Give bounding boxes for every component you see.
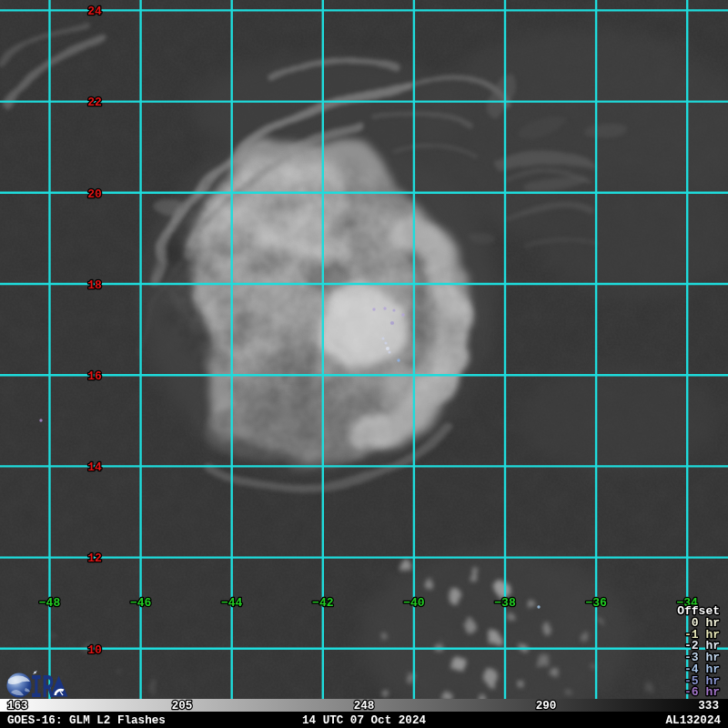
svg-text:−44: −44: [221, 596, 243, 610]
svg-text:−42: −42: [312, 596, 334, 610]
svg-text:-6 hr: -6 hr: [684, 685, 720, 699]
svg-text:12: 12: [87, 551, 102, 565]
svg-text:163: 163: [7, 700, 28, 713]
svg-text:14 UTC 07 Oct 2024: 14 UTC 07 Oct 2024: [302, 714, 426, 727]
svg-text:−36: −36: [585, 596, 607, 610]
svg-text:22: 22: [87, 96, 102, 109]
svg-text:16: 16: [87, 369, 102, 383]
svg-text:−38: −38: [494, 596, 516, 610]
svg-text:18: 18: [87, 278, 102, 292]
svg-text:−46: −46: [130, 596, 152, 610]
svg-text:−40: −40: [403, 596, 425, 610]
svg-text:20: 20: [87, 187, 102, 201]
svg-text:333: 333: [698, 700, 719, 713]
svg-text:GOES-16: GLM L2 Flashes: GOES-16: GLM L2 Flashes: [7, 714, 166, 727]
svg-text:205: 205: [172, 700, 193, 713]
svg-text:248: 248: [354, 700, 375, 713]
svg-text:24: 24: [87, 5, 102, 18]
svg-text:10: 10: [87, 643, 102, 657]
svg-text:14: 14: [87, 460, 102, 474]
svg-text:290: 290: [536, 700, 557, 713]
svg-text:−48: −48: [39, 596, 61, 610]
svg-text:AL132024: AL132024: [666, 714, 722, 727]
